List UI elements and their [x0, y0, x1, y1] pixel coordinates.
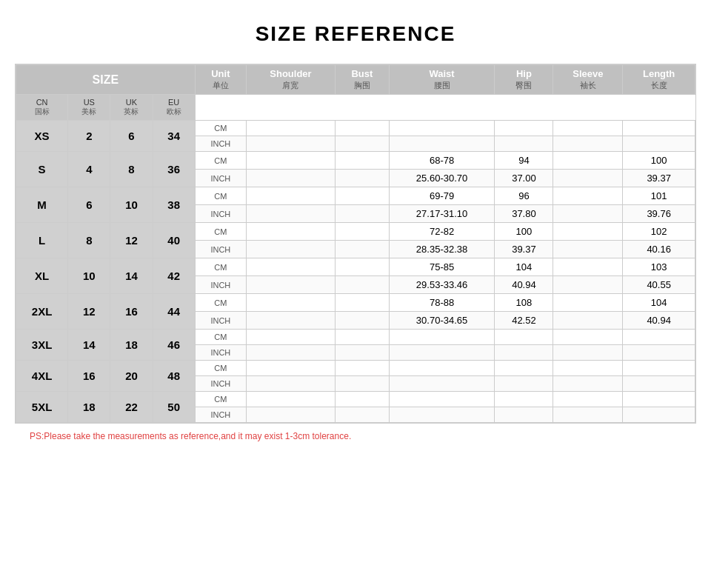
size-table-wrapper: SIZE Unit单位 Shoulder肩宽 Bust胸围 Waist腰围 Hi… [15, 64, 696, 424]
sleeve-cm [553, 330, 623, 345]
bust-inch [336, 376, 390, 392]
waist-inch: 28.35-32.38 [389, 241, 495, 258]
sleeve-cm [553, 187, 623, 205]
bust-inch [336, 136, 390, 152]
sleeve-cm [553, 258, 623, 276]
table-row: M 6 10 38 CM 69-79 96 101 [16, 187, 695, 205]
hip-inch: 39.37 [495, 241, 553, 258]
shoulder-inch [246, 170, 335, 187]
size-label: XS [16, 121, 68, 152]
waist-cm [389, 392, 495, 407]
sleeve-inch [553, 276, 623, 294]
size-header: SIZE [16, 65, 196, 95]
shoulder-cm [246, 223, 335, 241]
shoulder-inch [246, 345, 335, 361]
unit-cm: CM [195, 121, 246, 136]
table-row: XL 10 14 42 CM 75-85 104 103 [16, 258, 695, 276]
shoulder-cm [246, 152, 335, 170]
hip-cm [495, 392, 553, 407]
shoulder-cm [246, 392, 335, 407]
bust-cm [336, 361, 390, 376]
col-header-unit: Unit单位 [195, 65, 246, 95]
bust-cm [336, 187, 390, 205]
col-sub-eu: EU欧标 [153, 95, 195, 121]
bust-cm [336, 294, 390, 312]
table-row: 5XL 18 22 50 CM [16, 392, 695, 407]
length-cm: 103 [623, 258, 695, 276]
unit-inch: INCH [195, 170, 246, 187]
shoulder-cm [246, 361, 335, 376]
sleeve-inch [553, 241, 623, 258]
size-label: 4XL [16, 361, 68, 392]
length-inch: 39.37 [623, 170, 695, 187]
size-label: XL [16, 258, 68, 294]
bust-cm [336, 330, 390, 345]
length-inch [623, 376, 695, 392]
unit-cm: CM [195, 294, 246, 312]
shoulder-inch [246, 376, 335, 392]
hip-cm: 96 [495, 187, 553, 205]
size-label: 5XL [16, 392, 68, 423]
eu-value: 46 [153, 330, 195, 361]
shoulder-cm [246, 330, 335, 345]
length-cm [623, 392, 695, 407]
sleeve-inch [553, 376, 623, 392]
shoulder-inch [246, 241, 335, 258]
us-value: 12 [110, 223, 153, 258]
cn-value: 16 [68, 361, 110, 392]
shoulder-inch [246, 276, 335, 294]
length-cm: 102 [623, 223, 695, 241]
sleeve-inch [553, 312, 623, 330]
hip-inch [495, 407, 553, 423]
waist-inch [389, 136, 495, 152]
unit-inch: INCH [195, 376, 246, 392]
size-label: S [16, 152, 68, 187]
shoulder-cm [246, 294, 335, 312]
hip-inch: 40.94 [495, 276, 553, 294]
size-label: M [16, 187, 68, 223]
unit-inch: INCH [195, 205, 246, 223]
cn-value: 6 [68, 187, 110, 223]
bust-inch [336, 312, 390, 330]
us-value: 18 [110, 330, 153, 361]
cn-value: 18 [68, 392, 110, 423]
eu-value: 48 [153, 361, 195, 392]
col-header-sleeve: Sleeve袖长 [553, 65, 623, 95]
sleeve-cm [553, 121, 623, 136]
bust-cm [336, 223, 390, 241]
hip-inch [495, 376, 553, 392]
waist-inch: 25.60-30.70 [389, 170, 495, 187]
shoulder-inch [246, 136, 335, 152]
waist-cm: 69-79 [389, 187, 495, 205]
col-sub-us: US美标 [68, 95, 110, 121]
us-value: 10 [110, 187, 153, 223]
col-header-waist: Waist腰围 [389, 65, 495, 95]
length-inch [623, 345, 695, 361]
eu-value: 34 [153, 121, 195, 152]
cn-value: 4 [68, 152, 110, 187]
hip-inch: 42.52 [495, 312, 553, 330]
sleeve-cm [553, 361, 623, 376]
shoulder-cm [246, 187, 335, 205]
length-cm [623, 330, 695, 345]
hip-cm: 100 [495, 223, 553, 241]
bust-inch [336, 276, 390, 294]
length-inch: 39.76 [623, 205, 695, 223]
col-header-hip: Hip臀围 [495, 65, 553, 95]
waist-inch [389, 345, 495, 361]
sleeve-cm [553, 223, 623, 241]
length-inch [623, 407, 695, 423]
col-header-shoulder: Shoulder肩宽 [246, 65, 335, 95]
sleeve-cm [553, 152, 623, 170]
hip-cm [495, 361, 553, 376]
waist-cm: 75-85 [389, 258, 495, 276]
us-value: 22 [110, 392, 153, 423]
eu-value: 42 [153, 258, 195, 294]
sleeve-inch [553, 170, 623, 187]
hip-inch: 37.80 [495, 205, 553, 223]
size-label: 3XL [16, 330, 68, 361]
table-row: 4XL 16 20 48 CM [16, 361, 695, 376]
col-header-bust: Bust胸围 [336, 65, 390, 95]
size-table: SIZE Unit单位 Shoulder肩宽 Bust胸围 Waist腰围 Hi… [16, 64, 695, 423]
unit-inch: INCH [195, 241, 246, 258]
